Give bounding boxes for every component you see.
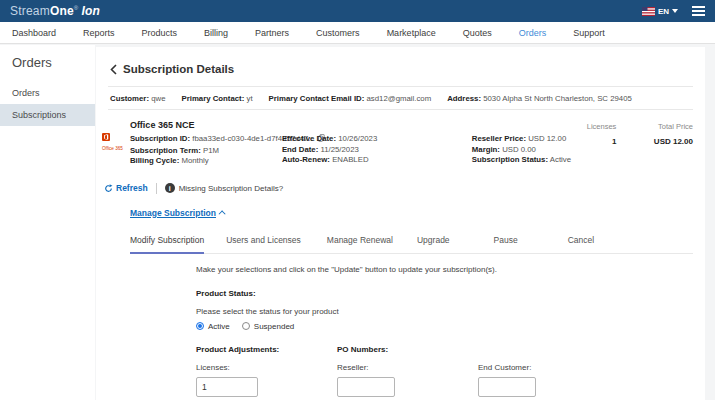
reseller-price-value: USD 12.00 xyxy=(528,134,566,143)
end-customer-field-label: End Customer: xyxy=(478,363,546,372)
subscription-id-line: Subscription ID: fbaa33ed-c030-4de1-d7f4… xyxy=(130,134,282,146)
auto-renew-value: ENABLED xyxy=(332,155,368,164)
tab-pause[interactable]: Pause xyxy=(494,230,518,253)
po-numbers-heading: PO Numbers: xyxy=(337,345,478,354)
language-code: EN xyxy=(658,7,669,16)
billing-cycle-label: Billing Cycle: xyxy=(130,156,179,165)
refresh-button[interactable]: Refresh xyxy=(104,183,148,193)
end-customer-po-input[interactable] xyxy=(478,377,536,397)
manage-subscription-label: Manage Subscription xyxy=(130,208,216,218)
radio-suspended-label: Suspended xyxy=(254,322,294,331)
licenses-input[interactable] xyxy=(196,377,258,397)
radio-selected-icon xyxy=(196,322,204,330)
tab-manage-renewal[interactable]: Manage Renewal xyxy=(327,230,393,253)
language-selector[interactable]: EN xyxy=(642,7,678,16)
auto-renew-line: Auto-Renew: ENABLED xyxy=(282,155,472,166)
reseller-price-line: Reseller Price: USD 12.00 xyxy=(472,134,571,145)
subscription-details-card: Subscription Details Customer: qwe Prima… xyxy=(96,47,705,400)
tab-cancel[interactable]: Cancel xyxy=(568,230,594,253)
instruction-text: Make your selections and click on the "U… xyxy=(196,265,693,274)
product-status-heading: Product Status: xyxy=(196,289,693,298)
sidebar-item-subscriptions[interactable]: Subscriptions xyxy=(0,104,95,126)
sidebar-item-orders[interactable]: Orders xyxy=(0,82,95,104)
chevron-up-icon xyxy=(219,210,226,217)
nav-item-reports[interactable]: Reports xyxy=(83,28,115,38)
subscription-status-value: Active xyxy=(550,155,571,164)
manage-subscription-toggle[interactable]: Manage Subscription xyxy=(130,208,226,218)
billing-cycle-line: Billing Cycle: Monthly xyxy=(130,156,282,167)
logo-registered-mark: ® xyxy=(74,5,79,11)
subscription-row: Office 365 Office 365 NCE Subscription I… xyxy=(96,110,705,173)
primary-contact-label: Primary Contact: xyxy=(181,94,244,103)
nav-item-marketplace[interactable]: Marketplace xyxy=(387,28,436,38)
office-365-icon xyxy=(102,133,110,141)
nav-item-customers[interactable]: Customers xyxy=(316,28,360,38)
address-label: Address: xyxy=(447,94,481,103)
product-status-subheading: Please select the status for your produc… xyxy=(196,307,693,316)
product-name: Office 365 NCE xyxy=(130,120,282,130)
customer-label: Customer: xyxy=(110,94,149,103)
nav-item-quotes[interactable]: Quotes xyxy=(463,28,492,38)
nav-item-billing[interactable]: Billing xyxy=(204,28,228,38)
end-date-label: End Date: xyxy=(282,145,318,154)
modify-subscription-panel: Make your selections and click on the "U… xyxy=(196,254,693,400)
email-value: asd12@gmail.com xyxy=(367,94,432,103)
radio-active-label: Active xyxy=(208,322,230,331)
app-window: StreamOne®Ion EN Dashboard Reports Produ… xyxy=(0,0,715,400)
effective-date-line: Effective Date: 10/26/2023 xyxy=(282,134,472,145)
subscription-term-label: Subscription Term: xyxy=(130,146,201,155)
main-nav: Dashboard Reports Products Billing Partn… xyxy=(0,22,715,44)
licenses-count: 1 xyxy=(571,137,616,146)
margin-line: Margin: USD 0.00 xyxy=(472,145,571,156)
nav-item-support[interactable]: Support xyxy=(573,28,605,38)
nav-item-products[interactable]: Products xyxy=(142,28,178,38)
tab-users-and-licenses[interactable]: Users and Licenses xyxy=(226,230,301,253)
top-header: StreamOne®Ion EN xyxy=(0,0,715,22)
reseller-po-input[interactable] xyxy=(337,377,395,397)
office-365-text: Office 365 xyxy=(102,146,130,151)
tab-upgrade[interactable]: Upgrade xyxy=(417,230,450,253)
sidebar: Orders Orders Subscriptions xyxy=(0,45,95,400)
licenses-field-label: Licenses: xyxy=(196,363,337,372)
missing-subscription-details-link[interactable]: i Missing Subscription Details? xyxy=(165,183,284,193)
customer-info-bar: Customer: qwe Primary Contact: yt Primar… xyxy=(96,87,705,109)
margin-label: Margin: xyxy=(472,145,500,154)
us-flag-icon xyxy=(642,7,655,16)
menu-icon[interactable] xyxy=(692,6,705,16)
subscription-id-label: Subscription ID: xyxy=(130,134,190,143)
info-icon: i xyxy=(165,183,175,193)
chevron-down-icon xyxy=(672,9,678,13)
subscription-term-value: P1M xyxy=(203,146,219,155)
radio-option-suspended[interactable]: Suspended xyxy=(242,322,294,331)
back-chevron-icon[interactable] xyxy=(110,64,117,75)
margin-value: USD 0.00 xyxy=(502,145,536,154)
refresh-label: Refresh xyxy=(116,183,148,193)
email-label: Primary Contact Email ID: xyxy=(269,94,365,103)
missing-details-label: Missing Subscription Details? xyxy=(179,184,284,193)
end-date-value: 11/25/2023 xyxy=(320,145,358,154)
vendor-logo: Office 365 xyxy=(102,120,130,167)
effective-date-value: 10/26/2023 xyxy=(338,134,377,143)
manage-tabs: Modify Subscription Users and Licenses M… xyxy=(130,230,693,254)
vertical-divider xyxy=(156,183,157,194)
billing-cycle-value: Monthly xyxy=(181,156,208,165)
refresh-icon xyxy=(104,184,113,193)
end-date-line: End Date: 11/25/2023 xyxy=(282,145,472,156)
reseller-field-label: Reseller: xyxy=(337,363,478,372)
licenses-column-header: Licenses xyxy=(571,122,616,131)
radio-unselected-icon xyxy=(242,322,250,330)
subscription-status-label: Subscription Status: xyxy=(472,155,548,164)
nav-item-dashboard[interactable]: Dashboard xyxy=(12,28,56,38)
sidebar-title: Orders xyxy=(0,45,95,82)
tab-modify-subscription[interactable]: Modify Subscription xyxy=(130,230,204,254)
page-title: Subscription Details xyxy=(123,63,234,75)
total-price-column-header: Total Price xyxy=(616,122,693,131)
streamone-ion-logo: StreamOne®Ion xyxy=(10,4,100,18)
subscription-status-line: Subscription Status: Active xyxy=(472,155,571,166)
product-adjustments-heading: Product Adjustments: xyxy=(196,345,337,354)
effective-date-label: Effective Date: xyxy=(282,134,336,143)
radio-option-active[interactable]: Active xyxy=(196,322,230,331)
customer-value: qwe xyxy=(151,94,165,103)
nav-item-partners[interactable]: Partners xyxy=(255,28,289,38)
nav-item-orders[interactable]: Orders xyxy=(519,28,547,38)
